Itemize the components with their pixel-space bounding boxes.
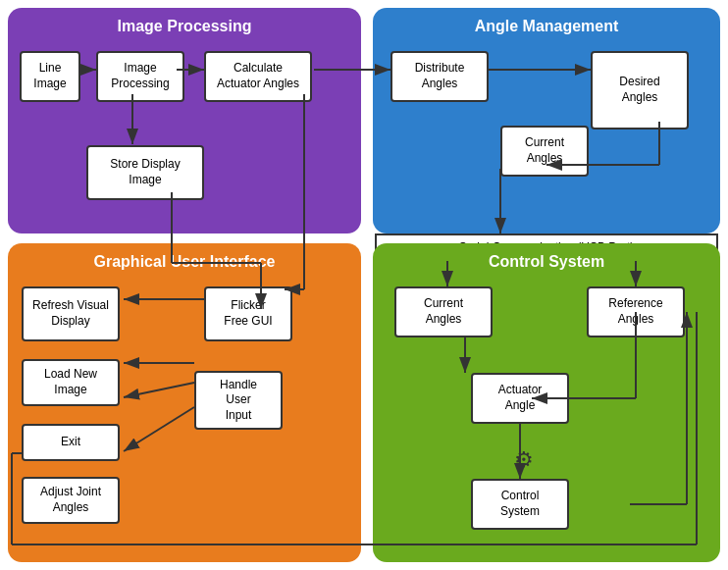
store-display-label: Store DisplayImage [110, 157, 180, 187]
control-system-inner-label: ControlSystem [500, 489, 540, 519]
gui-title: Graphical User Interface [18, 253, 351, 271]
reference-angles-cs-box: ReferenceAngles [587, 286, 685, 337]
angle-management-title: Angle Management [383, 18, 710, 35]
actuator-angle-box: ActuatorAngle [471, 373, 569, 424]
control-system-box: ControlSystem [471, 479, 569, 530]
desired-angles-box: DesiredAngles [591, 51, 689, 130]
current-angles-cs-box: CurrentAngles [394, 286, 493, 337]
line-image-label: LineImage [33, 61, 66, 91]
calculate-actuator-box: CalculateActuator Angles [204, 51, 312, 102]
reference-angles-cs-label: ReferenceAngles [608, 296, 662, 327]
angle-management-section: Angle Management DistributeAngles Desire… [373, 8, 720, 233]
current-angles-am-label: CurrentAngles [525, 135, 564, 166]
handle-user-input-box: HandleUserInput [194, 371, 283, 430]
image-processing-label: ImageProcessing [111, 61, 169, 91]
exit-box: Exit [22, 424, 120, 461]
control-system-section: Control System CurrentAngles ReferenceAn… [373, 243, 720, 562]
flicker-free-label: FlickerFree GUI [224, 298, 272, 329]
control-system-title: Control System [383, 253, 710, 271]
actuator-angle-label: ActuatorAngle [498, 383, 543, 413]
load-new-image-box: Load NewImage [22, 359, 120, 406]
flicker-free-box: FlickerFree GUI [204, 286, 292, 341]
current-angles-cs-label: CurrentAngles [424, 296, 463, 327]
current-angles-am-box: CurrentAngles [500, 126, 589, 177]
image-processing-title: Image Processing [18, 18, 351, 35]
adjust-joint-box: Adjust JointAngles [22, 477, 120, 524]
diagram: Image Processing LineImage ImageProcessi… [0, 0, 728, 570]
image-processing-box: ImageProcessing [96, 51, 184, 102]
distribute-angles-box: DistributeAngles [390, 51, 489, 102]
image-processing-section: Image Processing LineImage ImageProcessi… [8, 8, 361, 233]
load-new-image-label: Load NewImage [44, 367, 97, 397]
adjust-joint-label: Adjust JointAngles [40, 485, 101, 515]
handle-user-input-label: HandleUserInput [220, 378, 257, 424]
refresh-visual-box: Refresh VisualDisplay [22, 286, 120, 341]
gui-section: Graphical User Interface Refresh VisualD… [8, 243, 361, 562]
refresh-visual-label: Refresh VisualDisplay [32, 298, 109, 329]
gear-icon: ⚙ [514, 447, 534, 473]
distribute-angles-label: DistributeAngles [415, 61, 465, 91]
line-image-box: LineImage [20, 51, 80, 102]
exit-label: Exit [61, 435, 80, 450]
desired-angles-label: DesiredAngles [619, 75, 659, 105]
store-display-box: Store DisplayImage [86, 145, 204, 200]
calculate-actuator-label: CalculateActuator Angles [217, 61, 299, 91]
